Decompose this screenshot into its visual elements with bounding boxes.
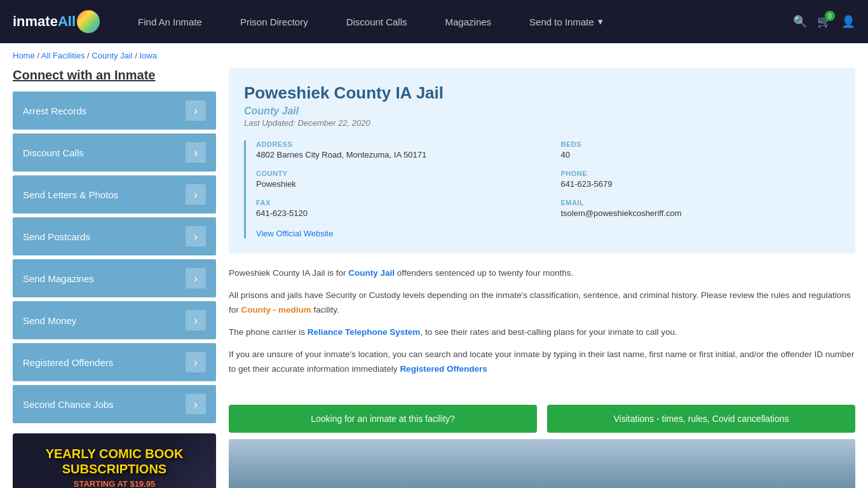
nav-links: Find An Inmate Prison Directory Discount… — [119, 0, 793, 43]
breadcrumb-home[interactable]: Home — [13, 51, 35, 60]
facility-info-grid: ADDRESS 4802 Barnes City Road, Montezuma… — [244, 140, 840, 238]
county-jail-link[interactable]: County Jail — [348, 268, 395, 278]
nav-prison-directory[interactable]: Prison Directory — [221, 0, 327, 43]
main-content: Poweshiek County IA Jail County Jail Las… — [229, 68, 855, 488]
email-label: EMAIL — [561, 199, 841, 207]
sidebar-send-letters[interactable]: Send Letters & Photos › — [13, 175, 216, 214]
arrow-icon: › — [186, 184, 206, 205]
desc-para3: The phone carrier is Reliance Telephone … — [229, 325, 855, 340]
website-link[interactable]: View Official Website — [256, 229, 333, 238]
description-section: Poweshiek County IA Jail is for County J… — [229, 266, 855, 395]
breadcrumb-all-facilities[interactable]: All Facilities — [41, 51, 85, 60]
desc-para1: Poweshiek County IA Jail is for County J… — [229, 266, 855, 281]
facility-type: County Jail — [244, 105, 840, 117]
beds-value: 40 — [561, 150, 841, 159]
logo-icon — [77, 10, 100, 33]
action-buttons: Looking for an inmate at this facility? … — [229, 405, 855, 433]
facility-name: Poweshiek County IA Jail — [244, 83, 840, 103]
fax-block: FAX 641-623-5120 — [256, 199, 536, 218]
beds-block: BEDS 40 — [561, 140, 841, 159]
facility-image — [229, 439, 855, 488]
county-block: COUNTY Poweshiek — [256, 170, 536, 189]
breadcrumb: Home / All Facilities / County Jail / Io… — [0, 43, 868, 68]
county-medium-link[interactable]: County - medium — [241, 305, 311, 315]
fax-value: 641-623-5120 — [256, 208, 536, 218]
website-block: View Official Website — [256, 228, 536, 238]
nav-icons: 🔍 🛒 0 👤 — [793, 15, 855, 29]
ad-subtitle: STARTING AT $19.95 — [74, 479, 155, 488]
sidebar-send-postcards[interactable]: Send Postcards › — [13, 217, 216, 255]
cart-icon[interactable]: 🛒 0 — [817, 15, 831, 29]
search-icon[interactable]: 🔍 — [793, 15, 807, 29]
ad-banner[interactable]: YEARLY COMIC BOOKSUBSCRIPTIONS STARTING … — [13, 433, 216, 488]
sidebar-title: Connect with an Inmate — [13, 68, 216, 83]
arrow-icon: › — [186, 268, 206, 288]
phone-value: 641-623-5679 — [561, 179, 841, 189]
nav-magazines[interactable]: Magazines — [426, 0, 511, 43]
beds-label: BEDS — [561, 140, 841, 148]
phone-label: PHONE — [561, 170, 841, 177]
visitations-button[interactable]: Visitations - times, rules, Covid cancel… — [547, 405, 855, 433]
arrow-icon: › — [186, 352, 206, 372]
registered-offenders-link[interactable]: Registered Offenders — [400, 364, 487, 374]
breadcrumb-iowa[interactable]: Iowa — [139, 51, 156, 60]
breadcrumb-county-jail[interactable]: County Jail — [92, 51, 132, 60]
desc-para2: All prisons and jails have Security or C… — [229, 288, 855, 318]
looking-for-inmate-button[interactable]: Looking for an inmate at this facility? — [229, 405, 537, 433]
sidebar-send-money[interactable]: Send Money › — [13, 301, 216, 339]
county-label: COUNTY — [256, 170, 536, 177]
sidebar-second-chance-jobs[interactable]: Second Chance Jobs › — [13, 385, 216, 423]
navigation: inmateAll Find An Inmate Prison Director… — [0, 0, 868, 43]
facility-updated: Last Updated: December 22, 2020 — [244, 118, 840, 128]
nav-send-to-inmate[interactable]: Send to Inmate — [510, 0, 622, 43]
email-value: tsolem@poweshiekcosheriff.com — [561, 208, 841, 218]
logo[interactable]: inmateAll — [13, 10, 100, 33]
sidebar-registered-offenders[interactable]: Registered Offenders › — [13, 343, 216, 381]
sidebar: Connect with an Inmate Arrest Records › … — [13, 68, 216, 488]
county-value: Poweshiek — [256, 179, 536, 189]
sidebar-arrest-records[interactable]: Arrest Records › — [13, 92, 216, 130]
arrow-icon: › — [186, 310, 206, 330]
page-layout: Connect with an Inmate Arrest Records › … — [0, 68, 868, 488]
email-block: EMAIL tsolem@poweshiekcosheriff.com — [561, 199, 841, 218]
cart-badge: 0 — [825, 11, 835, 21]
user-icon[interactable]: 👤 — [841, 15, 855, 29]
sidebar-send-magazines[interactable]: Send Magazines › — [13, 259, 216, 297]
desc-para4: If you are unsure of your inmate's locat… — [229, 348, 855, 377]
address-label: ADDRESS — [256, 140, 536, 148]
arrow-icon: › — [186, 142, 206, 163]
nav-discount-calls[interactable]: Discount Calls — [327, 0, 426, 43]
arrow-icon: › — [186, 394, 206, 414]
logo-text: inmateAll — [13, 13, 76, 30]
ad-title: YEARLY COMIC BOOKSUBSCRIPTIONS — [46, 446, 184, 477]
arrow-icon: › — [186, 100, 206, 121]
facility-card: Poweshiek County IA Jail County Jail Las… — [229, 68, 855, 254]
address-value: 4802 Barnes City Road, Montezuma, IA 501… — [256, 150, 536, 159]
sidebar-discount-calls[interactable]: Discount Calls › — [13, 133, 216, 172]
reliance-link[interactable]: Reliance Telephone System — [308, 327, 421, 337]
arrow-icon: › — [186, 226, 206, 247]
nav-find-an-inmate[interactable]: Find An Inmate — [119, 0, 221, 43]
chevron-down-icon — [598, 16, 603, 27]
phone-block: PHONE 641-623-5679 — [561, 170, 841, 189]
address-block: ADDRESS 4802 Barnes City Road, Montezuma… — [256, 140, 536, 159]
fax-label: FAX — [256, 199, 536, 207]
